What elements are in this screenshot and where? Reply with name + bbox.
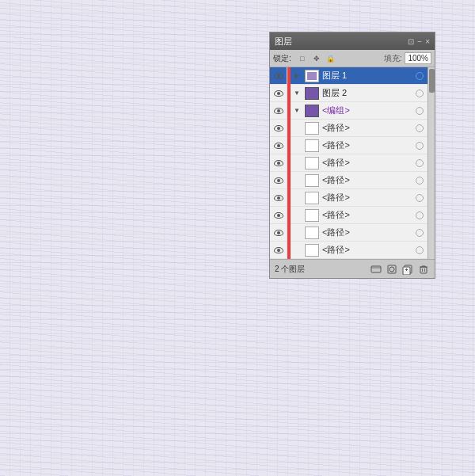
layer-status [412,67,428,85]
fill-value[interactable]: 100% [405,52,431,64]
svg-point-2 [390,267,394,272]
status-circle [416,107,424,115]
scrollbar-thumb[interactable] [429,69,435,93]
layer-row[interactable]: <路径> [270,120,428,137]
layer-row[interactable]: <路径> [270,172,428,189]
lock-position-icon[interactable]: ✥ [310,52,323,65]
red-divider [287,189,291,207]
eye-icon [274,90,283,97]
layer-row[interactable]: <路径> [270,242,428,259]
layers-toolbar: 锁定: □ ✥ 🔒 填充: 100% [270,50,435,67]
thumb-img [305,122,319,135]
eye-toggle[interactable] [270,189,287,207]
eye-icon [274,230,283,236]
layer-status [412,137,428,154]
lock-label: 锁定: [273,53,291,64]
panel-resize-btn[interactable]: ⊡ [408,37,414,46]
layer-status [412,207,428,224]
thumb-img [305,227,319,239]
layer-name: <路径> [321,192,412,204]
eye-toggle[interactable] [270,242,287,259]
status-circle [416,246,424,254]
thumb-img [305,174,319,187]
layer-thumbnail [304,86,320,101]
layer-row[interactable]: <路径> [270,137,428,154]
red-divider [287,224,291,242]
layer-row[interactable]: <路径> [270,154,428,172]
status-circle [416,124,424,132]
expand-arrow[interactable]: ▼ [291,102,303,120]
eye-toggle[interactable] [270,85,287,102]
panel-minimize-btn[interactable]: − [417,37,422,46]
new-layer-icon[interactable] [401,263,414,276]
thumb-img [305,105,319,117]
layer-row[interactable]: ▼ 图层 2 [270,85,428,102]
layer-status [412,189,428,207]
footer-layer-count: 2 个图层 [275,264,305,275]
thumb-img [305,87,319,100]
layer-name: <路径> [321,139,412,151]
layer-status [412,120,428,137]
panel-header: 图层 ⊡ − × [270,32,435,50]
eye-toggle[interactable] [270,137,287,154]
eye-toggle[interactable] [270,224,287,242]
eye-toggle[interactable] [270,154,287,172]
layer-status [412,85,428,102]
create-group-icon[interactable] [370,263,382,276]
expand-arrow[interactable]: ▶ [291,67,303,85]
layer-thumbnail [304,68,320,84]
eye-icon [274,160,283,166]
layers-list-container: ▶ 图层 1 ▼ 图层 2 [270,67,435,259]
expand-arrow[interactable]: ▼ [291,85,303,102]
red-divider [287,242,291,259]
eye-toggle[interactable] [270,207,287,224]
status-circle [416,142,424,150]
thumb-img [305,139,319,152]
layer-status [412,242,428,259]
layer-thumbnail [304,225,320,241]
eye-icon [274,73,283,79]
layer-name: <路径> [321,244,412,256]
delete-layer-icon[interactable] [417,263,430,276]
lock-all-icon[interactable]: 🔒 [325,52,337,65]
layer-thumbnail [304,120,320,136]
fill-label: 填充: [384,53,402,64]
panel-footer: 2 个图层 [270,259,435,278]
layer-name: <路径> [321,209,412,221]
eye-icon [274,177,283,184]
layer-name: 图层 2 [321,87,412,99]
layer-name: <路径> [321,227,412,238]
layer-name: <路径> [321,122,412,134]
layer-row[interactable]: <路径> [270,224,428,242]
thumb-img [305,70,319,82]
layer-status [412,154,428,172]
thumb-img [305,157,319,169]
layer-thumbnail [304,242,320,258]
layers-panel: 图层 ⊡ − × 锁定: □ ✥ 🔒 填充: 100% ▶ [269,32,435,279]
eye-icon [274,143,283,149]
thumb-img [305,244,319,257]
status-circle [416,177,424,185]
footer-icons [370,263,430,276]
layer-row[interactable]: <路径> [270,189,428,207]
eye-toggle[interactable] [270,172,287,189]
status-circle [416,211,424,219]
panel-title: 图层 [275,36,292,48]
layer-row[interactable]: <路径> [270,207,428,224]
add-mask-icon[interactable] [386,263,398,276]
layer-row[interactable]: ▶ 图层 1 [270,67,428,85]
panel-scrollbar[interactable] [428,67,435,259]
red-divider [287,207,291,224]
panel-close-btn[interactable]: × [425,37,430,46]
layer-row[interactable]: ▼ <编组> [270,102,428,120]
layer-name: <路径> [321,174,412,186]
svg-rect-5 [420,267,427,273]
lock-transparency-icon[interactable]: □ [296,52,309,65]
eye-icon [274,212,283,219]
eye-toggle[interactable] [270,120,287,137]
thumb-img [305,209,319,222]
eye-toggle[interactable] [270,67,287,85]
eye-icon [274,247,283,253]
eye-icon [274,108,283,114]
eye-toggle[interactable] [270,102,287,120]
